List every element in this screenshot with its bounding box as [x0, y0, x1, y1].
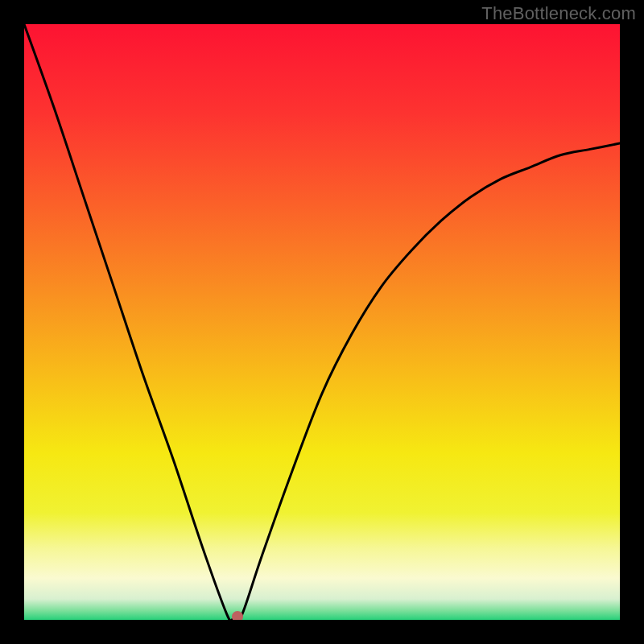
bottleneck-curve — [24, 24, 620, 620]
chart-frame: TheBottleneck.com — [0, 0, 644, 644]
watermark-text: TheBottleneck.com — [481, 3, 636, 24]
plot-area — [24, 24, 620, 620]
minimum-marker — [232, 611, 243, 620]
